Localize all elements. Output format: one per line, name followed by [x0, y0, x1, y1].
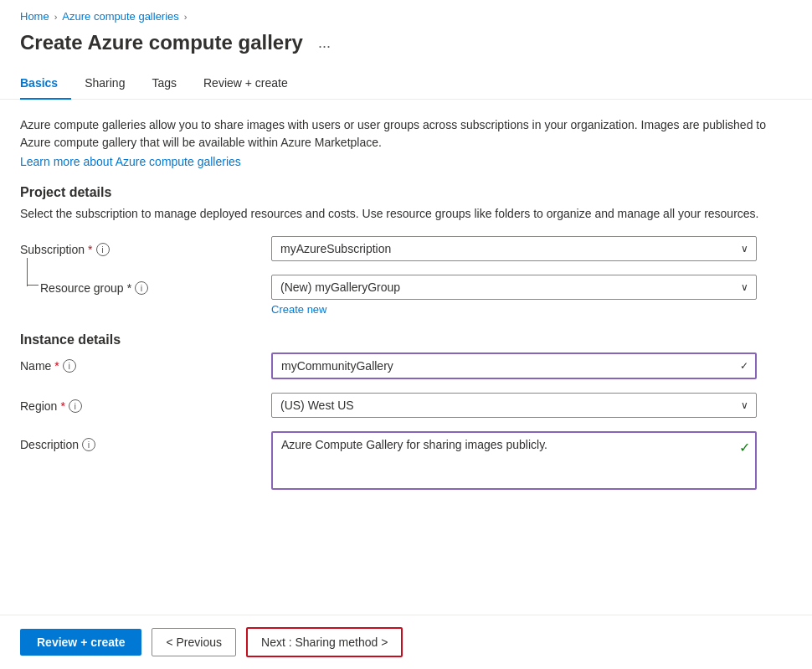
subscription-info-icon[interactable]: i [96, 243, 110, 256]
tab-basics[interactable]: Basics [20, 68, 71, 100]
name-dropdown[interactable]: myCommunityGallery [271, 353, 757, 379]
region-dropdown[interactable]: (US) West US [271, 393, 757, 418]
subscription-label: Subscription [20, 243, 85, 256]
description-label-col: Description i [20, 431, 271, 451]
subscription-row: Subscription * i myAzureSubscription ∨ [20, 236, 792, 261]
resource-group-dropdown-wrapper: (New) myGalleryGroup ∨ [271, 275, 757, 300]
description-control: Azure Compute Gallery for sharing images… [271, 431, 792, 492]
learn-more-link[interactable]: Learn more about Azure compute galleries [20, 155, 241, 168]
ellipsis-button[interactable]: ... [313, 33, 336, 54]
subscription-dropdown[interactable]: myAzureSubscription [271, 236, 757, 261]
resource-group-dropdown[interactable]: (New) myGalleryGroup [271, 275, 757, 300]
tab-bar: Basics Sharing Tags Review + create [0, 68, 812, 100]
breadcrumb-chevron-2: › [184, 12, 188, 22]
breadcrumb-chevron-1: › [54, 12, 58, 22]
create-new-link[interactable]: Create new [271, 303, 792, 316]
resource-group-label-col: Resource group * i [20, 275, 271, 295]
name-control: myCommunityGallery ✓ [271, 353, 792, 379]
name-row: Name * i myCommunityGallery ✓ [20, 353, 792, 379]
page-header: Create Azure compute gallery ... [0, 28, 812, 68]
region-label-col: Region * i [20, 393, 271, 413]
description-text: Azure compute galleries allow you to sha… [20, 116, 792, 152]
subscription-label-col: Subscription * i [20, 236, 271, 256]
description-row: Description i Azure Compute Gallery for … [20, 431, 792, 492]
subscription-required: * [88, 243, 92, 256]
subscription-dropdown-wrapper: myAzureSubscription ∨ [271, 236, 757, 261]
next-button[interactable]: Next : Sharing method > [246, 627, 403, 657]
page-title: Create Azure compute gallery [20, 31, 303, 54]
subscription-control: myAzureSubscription ∨ [271, 236, 792, 261]
project-details-title: Project details [20, 185, 792, 200]
breadcrumb: Home › Azure compute galleries › [0, 0, 812, 28]
instance-details-title: Instance details [20, 332, 792, 347]
project-details-description: Select the subscription to manage deploy… [20, 205, 792, 223]
region-row: Region * i (US) West US ∨ [20, 393, 792, 418]
review-create-button[interactable]: Review + create [20, 629, 141, 656]
previous-button[interactable]: < Previous [152, 628, 236, 656]
name-dropdown-wrapper: myCommunityGallery ✓ [271, 353, 757, 379]
description-textarea[interactable]: Azure Compute Gallery for sharing images… [271, 431, 757, 490]
name-label: Name [20, 359, 51, 373]
resource-group-info-icon[interactable]: i [135, 281, 148, 295]
resource-group-row: Resource group * i (New) myGalleryGroup … [20, 275, 792, 316]
resource-group-required: * [127, 281, 131, 295]
region-control: (US) West US ∨ [271, 393, 792, 418]
description-label: Description [20, 438, 79, 451]
name-label-col: Name * i [20, 353, 271, 373]
region-dropdown-wrapper: (US) West US ∨ [271, 393, 757, 418]
description-info-icon[interactable]: i [82, 438, 95, 451]
name-required: * [54, 359, 59, 373]
breadcrumb-galleries[interactable]: Azure compute galleries [62, 10, 178, 23]
main-content: Azure compute galleries allow you to sha… [0, 100, 812, 522]
name-info-icon[interactable]: i [63, 359, 76, 373]
breadcrumb-home[interactable]: Home [20, 10, 49, 23]
region-info-icon[interactable]: i [69, 399, 82, 413]
description-checkmark-icon: ✓ [739, 440, 750, 455]
description-textarea-wrapper: Azure Compute Gallery for sharing images… [271, 431, 757, 492]
resource-group-control: (New) myGalleryGroup ∨ Create new [271, 275, 792, 316]
region-label: Region [20, 399, 57, 413]
tab-review-create[interactable]: Review + create [190, 68, 301, 100]
tab-sharing[interactable]: Sharing [71, 68, 138, 100]
resource-group-label: Resource group [40, 281, 124, 295]
region-required: * [60, 399, 64, 413]
footer: Review + create < Previous Next : Sharin… [0, 615, 812, 669]
tab-tags[interactable]: Tags [138, 68, 190, 100]
